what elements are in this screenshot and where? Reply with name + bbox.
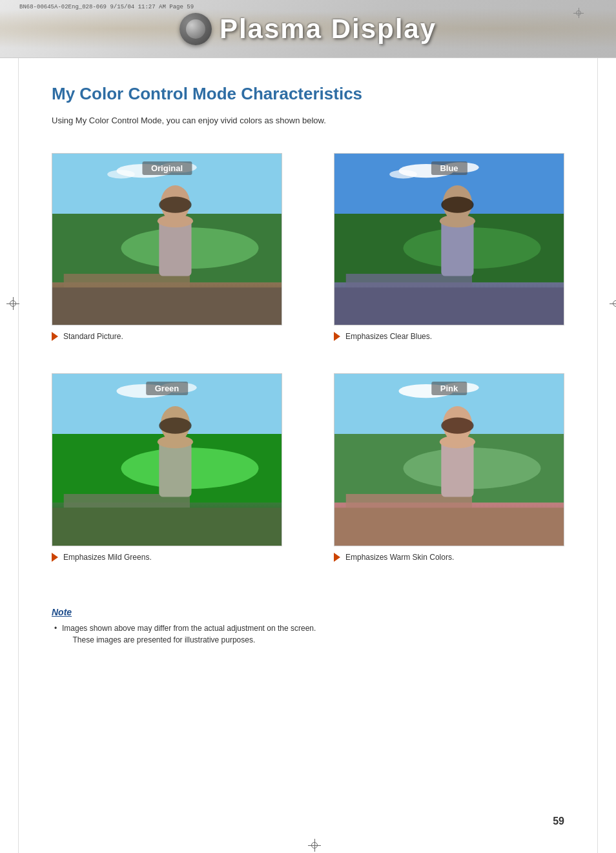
caption-text-original: Standard Picture.	[63, 332, 123, 341]
caption-original: Standard Picture.	[52, 332, 282, 341]
image-frame-blue: Blue	[334, 153, 564, 326]
note-list: Images shown above may differ from the a…	[52, 622, 564, 646]
image-label-blue: Blue	[431, 161, 467, 175]
svg-point-34	[157, 435, 192, 448]
note-item-1: Images shown above may differ from the a…	[52, 622, 564, 646]
image-frame-pink: Pink	[334, 373, 564, 546]
note-section: Note Images shown above may differ from …	[52, 601, 564, 646]
header-title: Plasma Display	[220, 14, 436, 45]
image-label-pink: Pink	[431, 382, 467, 395]
page-heading: My Color Control Mode Characteristics	[52, 84, 564, 104]
svg-rect-44	[441, 440, 473, 497]
caption-text-pink: Emphasizes Warm Skin Colors.	[345, 553, 454, 562]
page-number: 59	[553, 816, 564, 827]
svg-rect-10	[159, 220, 191, 276]
header-title-area: Plasma Display	[180, 13, 436, 45]
main-content: My Color Control Mode Characteristics Us…	[0, 58, 616, 684]
person-original	[135, 179, 215, 325]
person-pink	[417, 400, 497, 546]
arrow-icon-green	[52, 553, 58, 562]
header-meta: BN68-00645A-02Eng_028-069 9/15/04 11:27 …	[19, 4, 194, 10]
image-label-green: Green	[146, 382, 189, 395]
arrow-icon-pink	[334, 553, 340, 562]
image-grid: Original Standard Picture.	[52, 153, 564, 562]
image-cell-blue: Blue Emphasizes Clear Blues.	[334, 153, 564, 342]
image-cell-original: Original Standard Picture.	[52, 153, 282, 342]
arrow-icon-blue	[334, 332, 340, 341]
image-frame-green: Green	[52, 373, 282, 546]
caption-green: Emphasizes Mild Greens.	[52, 553, 282, 562]
arrow-icon-original	[52, 332, 58, 341]
caption-text-green: Emphasizes Mild Greens.	[63, 553, 152, 562]
header-banner: BN68-00645A-02Eng_028-069 9/15/04 11:27 …	[0, 0, 616, 58]
reg-mark-top	[573, 8, 584, 18]
svg-point-32	[159, 418, 191, 434]
svg-rect-33	[159, 440, 191, 497]
svg-point-3	[107, 170, 135, 178]
person-green	[135, 400, 215, 546]
svg-point-45	[439, 435, 475, 448]
svg-point-15	[389, 170, 417, 178]
caption-text-blue: Emphasizes Clear Blues.	[345, 332, 432, 341]
person-blue	[417, 179, 497, 325]
image-frame-original: Original	[52, 153, 282, 326]
svg-point-9	[159, 197, 191, 213]
svg-point-11	[157, 215, 192, 228]
caption-pink: Emphasizes Warm Skin Colors.	[334, 553, 564, 562]
svg-point-43	[441, 418, 473, 434]
image-cell-green: Green Emphasizes Mild Greens.	[52, 373, 282, 562]
image-cell-pink: Pink Emphasizes Warm Skin Colors.	[334, 373, 564, 562]
intro-text: Using My Color Control Mode, you can enj…	[52, 114, 564, 127]
svg-rect-22	[441, 220, 473, 276]
image-label-original: Original	[142, 161, 192, 175]
caption-blue: Emphasizes Clear Blues.	[334, 332, 564, 341]
plasma-logo-icon	[180, 13, 212, 45]
svg-point-21	[441, 197, 473, 213]
svg-point-23	[439, 215, 475, 228]
note-title: Note	[52, 607, 564, 617]
